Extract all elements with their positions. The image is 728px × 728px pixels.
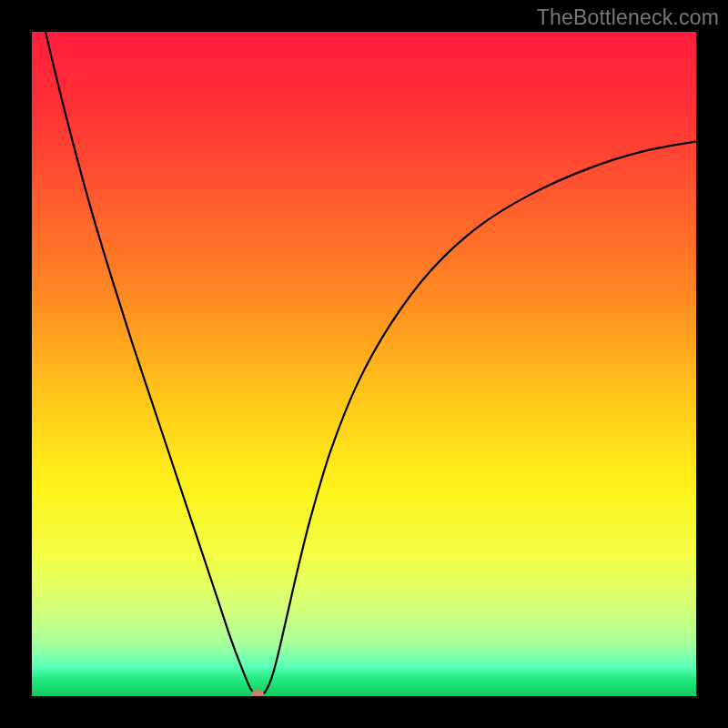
curve-layer	[32, 32, 696, 696]
plot-area	[32, 32, 696, 696]
optimal-point-marker	[251, 690, 264, 696]
chart-frame: TheBottleneck.com	[0, 0, 728, 728]
watermark-text: TheBottleneck.com	[537, 5, 719, 30]
bottleneck-curve	[32, 32, 696, 695]
